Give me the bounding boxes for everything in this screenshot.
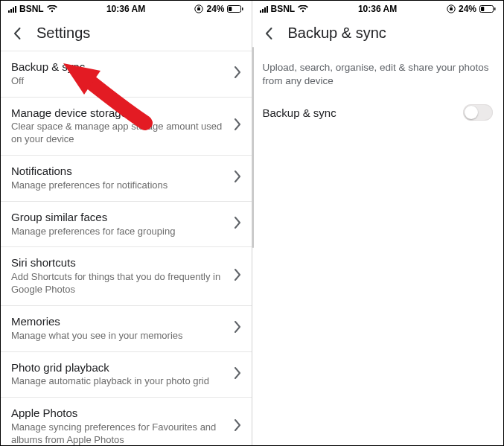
settings-item-photo-grid-playback[interactable]: Photo grid playback Manage automatic pla… xyxy=(1,352,252,398)
svg-rect-8 xyxy=(494,7,496,10)
chevron-right-icon xyxy=(234,321,241,336)
settings-item-group-faces[interactable]: Group similar faces Manage preferences f… xyxy=(1,202,252,248)
list-item-subtitle: Manage automatic playback in your photo … xyxy=(11,375,226,388)
list-item-title: Siri shortcuts xyxy=(11,256,226,270)
settings-screen: BSNL 10:36 AM 24% Settings xyxy=(1,1,252,445)
back-button[interactable] xyxy=(263,27,276,40)
chevron-right-icon xyxy=(234,217,241,232)
chevron-right-icon xyxy=(234,66,241,81)
chevron-right-icon xyxy=(234,118,241,133)
scroll-indicator xyxy=(252,47,254,248)
settings-item-siri-shortcuts[interactable]: Siri shortcuts Add Shortcuts for things … xyxy=(1,247,252,306)
orientation-lock-icon xyxy=(194,4,203,13)
cellular-signal-icon xyxy=(8,5,16,13)
list-item-title: Group similar faces xyxy=(11,211,226,225)
wifi-icon xyxy=(298,5,308,13)
battery-percent: 24% xyxy=(459,4,476,14)
list-item-title: Photo grid playback xyxy=(11,361,226,375)
list-item-subtitle: Add Shortcuts for things that you do fre… xyxy=(11,271,226,296)
backup-sync-description: Upload, search, organise, edit & share y… xyxy=(252,51,504,98)
list-item-subtitle: Off xyxy=(11,75,226,88)
chevron-right-icon xyxy=(234,419,241,434)
list-item-subtitle: Manage what you see in your memories xyxy=(11,330,226,343)
orientation-lock-icon xyxy=(447,4,456,13)
list-item-subtitle: Manage syncing preferences for Favourite… xyxy=(11,421,226,446)
list-item-subtitle: Clear space & manage app storage amount … xyxy=(11,121,226,146)
battery-icon xyxy=(227,5,243,13)
chevron-right-icon xyxy=(234,269,241,284)
wifi-icon xyxy=(47,5,57,13)
list-item-subtitle: Manage preferences for face grouping xyxy=(11,226,226,238)
settings-item-manage-storage[interactable]: Manage device storage Clear space & mana… xyxy=(1,98,252,156)
chevron-right-icon xyxy=(234,367,241,382)
status-bar: BSNL 10:36 AM 24% xyxy=(1,1,252,17)
settings-item-notifications[interactable]: Notifications Manage preferences for not… xyxy=(1,156,252,202)
list-item-subtitle: Manage preferences for notifications xyxy=(11,179,226,192)
settings-list: Backup & sync Off Manage device storage … xyxy=(1,51,252,446)
page-title: Backup & sync xyxy=(288,25,386,42)
cellular-signal-icon xyxy=(260,5,268,13)
settings-item-apple-photos[interactable]: Apple Photos Manage syncing preferences … xyxy=(1,398,252,446)
list-item-title: Memories xyxy=(11,315,226,329)
list-item-title: Notifications xyxy=(11,165,226,179)
status-time: 10:36 AM xyxy=(358,4,397,14)
backup-sync-toggle-row: Backup & sync xyxy=(252,98,504,127)
backup-sync-screen: BSNL 10:36 AM 24% Backup & sync xyxy=(252,1,504,445)
status-time: 10:36 AM xyxy=(106,4,145,14)
battery-percent: 24% xyxy=(206,4,224,14)
settings-item-memories[interactable]: Memories Manage what you see in your mem… xyxy=(1,306,252,352)
carrier-label: BSNL xyxy=(271,4,296,14)
settings-header: Settings xyxy=(1,17,252,51)
page-title: Settings xyxy=(36,25,90,42)
battery-icon xyxy=(479,5,496,13)
svg-rect-7 xyxy=(481,7,484,11)
toggle-label: Backup & sync xyxy=(263,106,336,119)
backup-sync-header: Backup & sync xyxy=(252,17,504,51)
chevron-right-icon xyxy=(234,171,241,185)
svg-rect-3 xyxy=(242,7,243,10)
backup-sync-toggle[interactable] xyxy=(463,104,493,121)
svg-rect-2 xyxy=(229,7,232,11)
carrier-label: BSNL xyxy=(19,4,44,14)
list-item-title: Backup & sync xyxy=(11,60,226,74)
list-item-title: Manage device storage xyxy=(11,106,226,121)
settings-item-backup-sync[interactable]: Backup & sync Off xyxy=(1,51,252,98)
back-button[interactable] xyxy=(11,27,25,40)
list-item-title: Apple Photos xyxy=(11,407,226,421)
status-bar: BSNL 10:36 AM 24% xyxy=(252,1,504,17)
